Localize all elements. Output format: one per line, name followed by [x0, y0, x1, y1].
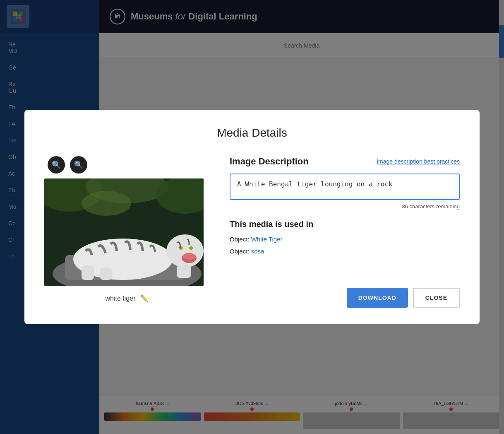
modal-footer: DOWNLOAD CLOSE [230, 280, 460, 308]
best-practices-link[interactable]: Image description best practices [377, 158, 460, 165]
used-in-label-1: Object: [230, 236, 251, 243]
zoom-out-button[interactable]: 🔍 [70, 156, 87, 174]
char-count: 86 characters remaining [230, 203, 460, 210]
modal-body: 🔍 🔍 [44, 156, 460, 308]
svg-point-21 [170, 248, 180, 256]
zoom-in-button[interactable]: 🔍 [48, 156, 65, 174]
modal-image-section: 🔍 🔍 [44, 156, 210, 302]
tiger-image [44, 178, 204, 286]
zoom-controls: 🔍 🔍 [48, 156, 210, 174]
svg-rect-19 [177, 265, 191, 278]
zoom-in-icon: 🔍 [52, 160, 61, 169]
used-in-title: This media is used in [230, 219, 460, 229]
used-in-item-1: Object: White Tiger [230, 236, 460, 243]
tiger-svg [44, 178, 204, 286]
image-label: white tiger ✏️ [44, 294, 210, 302]
svg-point-25 [189, 246, 193, 250]
used-in-link-2[interactable]: sdsa [251, 248, 264, 255]
svg-rect-17 [82, 265, 94, 280]
close-button[interactable]: CLOSE [413, 288, 460, 308]
modal-dialog: Media Details 🔍 🔍 [24, 110, 480, 324]
zoom-out-icon: 🔍 [74, 160, 83, 169]
used-in-label-2: Object: [230, 248, 251, 255]
svg-point-24 [179, 246, 183, 250]
image-name-text: white tiger [106, 295, 136, 302]
modal-details-section: Image Description Image description best… [230, 156, 460, 308]
used-in-link-1[interactable]: White Tiger [251, 236, 283, 243]
download-button[interactable]: DOWNLOAD [347, 288, 408, 308]
image-desc-header: Image Description Image description best… [230, 156, 460, 167]
image-description-input[interactable] [230, 174, 460, 200]
image-desc-title: Image Description [230, 156, 309, 167]
used-in-item-2: Object: sdsa [230, 248, 460, 255]
modal-title: Media Details [44, 126, 460, 140]
svg-point-23 [183, 253, 195, 260]
modal-overlay: Media Details 🔍 🔍 [0, 0, 504, 434]
edit-icon[interactable]: ✏️ [140, 294, 149, 302]
svg-point-12 [82, 191, 131, 216]
svg-rect-18 [100, 268, 112, 280]
